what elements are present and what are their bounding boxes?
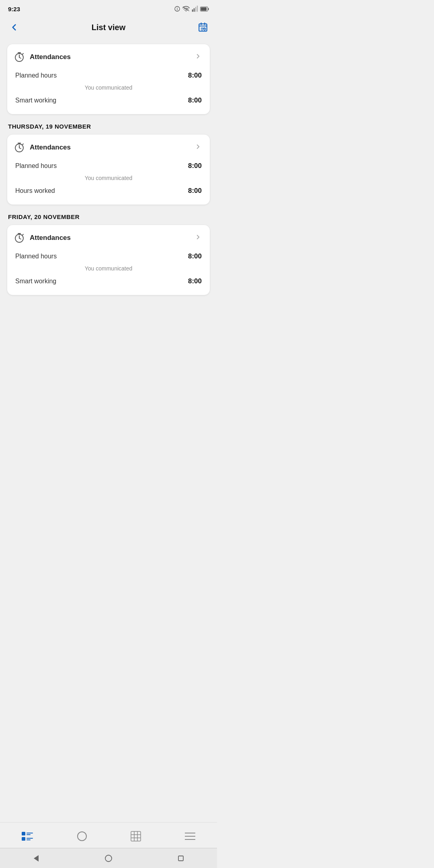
status-icons [174, 6, 209, 12]
card-header-3[interactable]: Attendances [7, 225, 210, 250]
card-body-3: Planned hours 8:00 You communicated Smar… [7, 250, 210, 295]
stopwatch-icon-2 [14, 142, 25, 153]
signal-icon [192, 6, 198, 12]
second-row-value-3: 8:00 [188, 277, 202, 285]
card-header-left-1: Attendances [14, 51, 71, 63]
planned-hours-value-1: 8:00 [188, 72, 202, 80]
back-button[interactable] [7, 20, 21, 34]
calendar-filter-button[interactable] [196, 20, 210, 34]
card-header-left-3: Attendances [14, 232, 71, 244]
stopwatch-icon-3 [14, 232, 25, 244]
svg-rect-11 [208, 8, 209, 10]
svg-line-23 [23, 53, 23, 54]
planned-hours-row-2: Planned hours 8:00 [15, 160, 202, 172]
status-bar: 9:23 [0, 0, 217, 16]
page-title: List view [92, 23, 125, 32]
planned-hours-label-3: Planned hours [15, 253, 57, 260]
planned-hours-label-2: Planned hours [15, 162, 57, 170]
second-row-3: Smart working 8:00 [15, 275, 202, 288]
stopwatch-icon-1 [14, 51, 25, 63]
planned-hours-label-1: Planned hours [15, 72, 57, 79]
card-header-2[interactable]: Attendances [7, 135, 210, 160]
communicated-2: You communicated [15, 172, 202, 184]
card-body-1: Planned hours 8:00 You communicated Smar… [7, 69, 210, 114]
top-bar: List view [0, 16, 217, 40]
card-day-2: Attendances Planned hours 8:00 You commu… [7, 135, 210, 205]
svg-line-20 [19, 57, 21, 58]
chevron-right-2 [194, 143, 202, 152]
card-header-title-1: Attendances [30, 53, 71, 61]
scroll-content: Attendances Planned hours 8:00 You commu… [0, 40, 217, 355]
day-heading-fri: FRIDAY, 20 NOVEMBER [7, 205, 210, 225]
svg-point-2 [177, 10, 178, 10]
battery-icon [200, 6, 209, 12]
card-header-1[interactable]: Attendances [7, 44, 210, 69]
second-row-label-2: Hours worked [15, 187, 55, 194]
wifi-icon [182, 6, 190, 12]
second-row-label-1: Smart working [15, 97, 56, 104]
communicated-1: You communicated [15, 82, 202, 94]
svg-line-29 [23, 144, 23, 145]
card-header-title-2: Attendances [30, 143, 71, 151]
second-row-1: Smart working 8:00 [15, 94, 202, 107]
svg-rect-8 [197, 6, 198, 12]
card-header-left-2: Attendances [14, 142, 71, 153]
bottom-spacer [7, 295, 210, 347]
second-row-2: Hours worked 8:00 [15, 184, 202, 197]
card-day-1: Attendances Planned hours 8:00 You commu… [7, 44, 210, 114]
status-time: 9:23 [8, 6, 20, 12]
card-header-title-3: Attendances [30, 234, 71, 242]
second-row-value-2: 8:00 [188, 187, 202, 195]
planned-hours-row-1: Planned hours 8:00 [15, 69, 202, 82]
communicated-3: You communicated [15, 263, 202, 275]
svg-rect-5 [192, 10, 193, 12]
planned-hours-value-3: 8:00 [188, 252, 202, 260]
day-heading-thu: THURSDAY, 19 NOVEMBER [7, 114, 210, 135]
chevron-right-1 [194, 53, 202, 61]
card-body-2: Planned hours 8:00 You communicated Hour… [7, 160, 210, 205]
svg-rect-7 [195, 7, 196, 12]
svg-point-3 [186, 11, 186, 12]
svg-line-32 [19, 238, 21, 239]
svg-rect-6 [194, 8, 194, 12]
chevron-right-3 [194, 233, 202, 242]
second-row-value-1: 8:00 [188, 96, 202, 104]
notification-icon [174, 6, 180, 12]
svg-rect-10 [201, 7, 207, 10]
svg-line-35 [23, 234, 23, 235]
card-day-3: Attendances Planned hours 8:00 You commu… [7, 225, 210, 295]
planned-hours-row-3: Planned hours 8:00 [15, 250, 202, 263]
planned-hours-value-2: 8:00 [188, 162, 202, 170]
svg-line-26 [19, 148, 21, 149]
second-row-label-3: Smart working [15, 278, 56, 285]
